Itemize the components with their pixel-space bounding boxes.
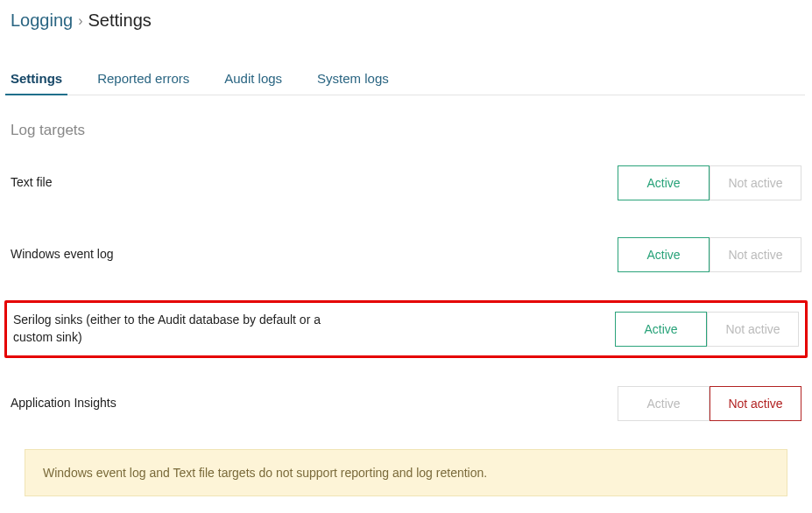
breadcrumb: Logging › Settings: [7, 11, 805, 31]
tabs: Settings Reported errors Audit logs Syst…: [7, 66, 805, 95]
toggle-group: Active Not active: [615, 312, 799, 347]
not-active-button[interactable]: Not active: [710, 165, 801, 200]
tab-system-logs[interactable]: System logs: [317, 66, 389, 95]
target-label: Serilog sinks (either to the Audit datab…: [13, 312, 346, 346]
section-title: Log targets: [7, 122, 805, 139]
target-row-text-file: Text file Active Not active: [7, 157, 805, 209]
chevron-right-icon: ›: [78, 13, 82, 29]
active-button[interactable]: Active: [618, 165, 710, 200]
not-active-button[interactable]: Not active: [707, 312, 799, 347]
not-active-button[interactable]: Not active: [710, 386, 801, 421]
tab-settings[interactable]: Settings: [11, 66, 62, 95]
breadcrumb-parent-link[interactable]: Logging: [11, 11, 73, 31]
tab-reported-errors[interactable]: Reported errors: [97, 66, 189, 95]
tab-audit-logs[interactable]: Audit logs: [224, 66, 282, 95]
target-row-windows-event-log: Windows event log Active Not active: [7, 228, 805, 281]
breadcrumb-current: Settings: [88, 11, 152, 31]
toggle-group: Active Not active: [618, 165, 801, 200]
toggle-group: Active Not active: [618, 386, 801, 421]
target-row-serilog-sinks: Serilog sinks (either to the Audit datab…: [4, 300, 808, 358]
toggle-group: Active Not active: [618, 237, 801, 272]
target-label: Windows event log: [11, 246, 114, 264]
target-row-application-insights: Application Insights Active Not active: [7, 377, 805, 430]
active-button[interactable]: Active: [618, 386, 710, 421]
warning-alert: Windows event log and Text file targets …: [25, 449, 787, 496]
target-label: Application Insights: [11, 395, 117, 412]
active-button[interactable]: Active: [615, 312, 707, 347]
not-active-button[interactable]: Not active: [710, 237, 801, 272]
active-button[interactable]: Active: [618, 237, 710, 272]
target-label: Text file: [11, 174, 52, 192]
